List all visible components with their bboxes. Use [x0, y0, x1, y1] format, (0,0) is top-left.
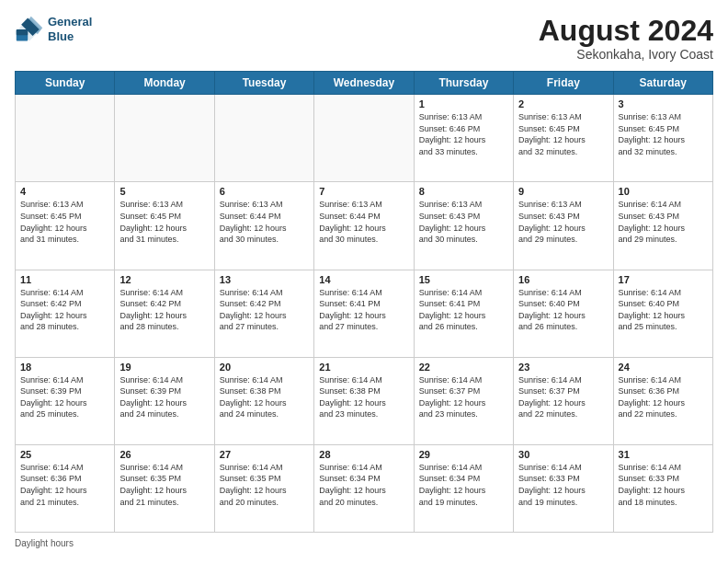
- day-number: 2: [518, 98, 608, 109]
- day-number: 20: [220, 362, 309, 373]
- calendar-cell: 7Sunrise: 6:13 AMSunset: 6:44 PMDaylight…: [314, 182, 414, 270]
- calendar-cell: 22Sunrise: 6:14 AMSunset: 6:37 PMDayligh…: [414, 357, 513, 444]
- calendar-cell: 20Sunrise: 6:14 AMSunset: 6:38 PMDayligh…: [214, 357, 313, 444]
- calendar-cell: 27Sunrise: 6:14 AMSunset: 6:35 PMDayligh…: [214, 444, 313, 532]
- calendar-cell: 28Sunrise: 6:14 AMSunset: 6:34 PMDayligh…: [314, 444, 414, 532]
- day-info: Sunrise: 6:14 AMSunset: 6:35 PMDaylight:…: [220, 462, 309, 508]
- day-number: 14: [319, 274, 408, 285]
- calendar-day-header: Friday: [514, 72, 613, 95]
- calendar-week-row: 18Sunrise: 6:14 AMSunset: 6:39 PMDayligh…: [16, 357, 713, 444]
- day-number: 8: [419, 186, 508, 197]
- day-number: 13: [220, 274, 309, 285]
- day-number: 29: [419, 449, 508, 460]
- calendar-week-row: 25Sunrise: 6:14 AMSunset: 6:36 PMDayligh…: [16, 444, 713, 532]
- day-info: Sunrise: 6:14 AMSunset: 6:37 PMDaylight:…: [518, 374, 608, 420]
- calendar-cell: 10Sunrise: 6:14 AMSunset: 6:43 PMDayligh…: [613, 182, 712, 270]
- day-info: Sunrise: 6:14 AMSunset: 6:39 PMDaylight:…: [119, 374, 209, 420]
- calendar-cell: 23Sunrise: 6:14 AMSunset: 6:37 PMDayligh…: [514, 357, 613, 444]
- calendar-day-header: Monday: [115, 72, 214, 95]
- day-info: Sunrise: 6:13 AMSunset: 6:44 PMDaylight:…: [220, 199, 309, 245]
- calendar-week-row: 4Sunrise: 6:13 AMSunset: 6:45 PMDaylight…: [16, 182, 713, 270]
- day-info: Sunrise: 6:13 AMSunset: 6:43 PMDaylight:…: [419, 199, 508, 245]
- footer: Daylight hours: [15, 538, 713, 548]
- day-number: 15: [419, 274, 508, 285]
- calendar-cell: 9Sunrise: 6:13 AMSunset: 6:43 PMDaylight…: [514, 182, 613, 270]
- calendar-cell: 18Sunrise: 6:14 AMSunset: 6:39 PMDayligh…: [16, 357, 115, 444]
- day-number: 30: [518, 449, 608, 460]
- footer-text: Daylight hours: [15, 538, 74, 548]
- day-info: Sunrise: 6:14 AMSunset: 6:34 PMDaylight:…: [319, 462, 408, 508]
- day-info: Sunrise: 6:14 AMSunset: 6:34 PMDaylight:…: [419, 462, 508, 508]
- day-number: 1: [419, 98, 508, 109]
- day-info: Sunrise: 6:14 AMSunset: 6:36 PMDaylight:…: [20, 462, 109, 508]
- calendar-day-header: Sunday: [16, 72, 115, 95]
- calendar-week-row: 11Sunrise: 6:14 AMSunset: 6:42 PMDayligh…: [16, 270, 713, 357]
- calendar-cell: 24Sunrise: 6:14 AMSunset: 6:36 PMDayligh…: [613, 357, 712, 444]
- calendar-cell: 1Sunrise: 6:13 AMSunset: 6:46 PMDaylight…: [414, 95, 513, 182]
- day-info: Sunrise: 6:14 AMSunset: 6:42 PMDaylight:…: [119, 287, 209, 333]
- day-number: 16: [518, 274, 608, 285]
- calendar-cell: 3Sunrise: 6:13 AMSunset: 6:45 PMDaylight…: [613, 95, 712, 182]
- header: General Blue August 2024 Sekonkaha, Ivor…: [15, 15, 713, 62]
- calendar-cell: 17Sunrise: 6:14 AMSunset: 6:40 PMDayligh…: [613, 270, 712, 357]
- day-info: Sunrise: 6:13 AMSunset: 6:45 PMDaylight:…: [518, 111, 608, 157]
- logo-line2: Blue: [48, 29, 92, 44]
- calendar-cell: 14Sunrise: 6:14 AMSunset: 6:41 PMDayligh…: [314, 270, 414, 357]
- calendar-cell: 4Sunrise: 6:13 AMSunset: 6:45 PMDaylight…: [16, 182, 115, 270]
- calendar-cell: [214, 95, 313, 182]
- day-info: Sunrise: 6:14 AMSunset: 6:36 PMDaylight:…: [619, 374, 708, 420]
- day-info: Sunrise: 6:13 AMSunset: 6:46 PMDaylight:…: [419, 111, 508, 157]
- day-number: 4: [20, 186, 109, 197]
- logo-icon: [15, 15, 44, 44]
- day-number: 9: [518, 186, 608, 197]
- calendar-cell: 25Sunrise: 6:14 AMSunset: 6:36 PMDayligh…: [16, 444, 115, 532]
- calendar-cell: [314, 95, 414, 182]
- calendar-cell: 13Sunrise: 6:14 AMSunset: 6:42 PMDayligh…: [214, 270, 313, 357]
- day-info: Sunrise: 6:14 AMSunset: 6:42 PMDaylight:…: [220, 287, 309, 333]
- calendar-cell: 8Sunrise: 6:13 AMSunset: 6:43 PMDaylight…: [414, 182, 513, 270]
- calendar-day-header: Wednesday: [314, 72, 414, 95]
- day-number: 5: [119, 186, 209, 197]
- day-info: Sunrise: 6:14 AMSunset: 6:40 PMDaylight:…: [619, 287, 708, 333]
- calendar-cell: 30Sunrise: 6:14 AMSunset: 6:33 PMDayligh…: [514, 444, 613, 532]
- logo-line1: General: [48, 15, 92, 29]
- day-number: 18: [20, 362, 109, 373]
- day-number: 10: [619, 186, 708, 197]
- day-info: Sunrise: 6:14 AMSunset: 6:38 PMDaylight:…: [220, 374, 309, 420]
- day-info: Sunrise: 6:14 AMSunset: 6:33 PMDaylight:…: [518, 462, 608, 508]
- logo: General Blue: [15, 15, 92, 44]
- calendar-cell: 12Sunrise: 6:14 AMSunset: 6:42 PMDayligh…: [115, 270, 214, 357]
- day-info: Sunrise: 6:14 AMSunset: 6:35 PMDaylight:…: [119, 462, 209, 508]
- day-number: 23: [518, 362, 608, 373]
- calendar-cell: 2Sunrise: 6:13 AMSunset: 6:45 PMDaylight…: [514, 95, 613, 182]
- day-info: Sunrise: 6:14 AMSunset: 6:42 PMDaylight:…: [20, 287, 109, 333]
- day-number: 11: [20, 274, 109, 285]
- calendar-cell: 16Sunrise: 6:14 AMSunset: 6:40 PMDayligh…: [514, 270, 613, 357]
- day-info: Sunrise: 6:14 AMSunset: 6:43 PMDaylight:…: [619, 199, 708, 245]
- day-info: Sunrise: 6:13 AMSunset: 6:45 PMDaylight:…: [119, 199, 209, 245]
- day-number: 12: [119, 274, 209, 285]
- calendar-cell: 19Sunrise: 6:14 AMSunset: 6:39 PMDayligh…: [115, 357, 214, 444]
- day-info: Sunrise: 6:14 AMSunset: 6:41 PMDaylight:…: [319, 287, 408, 333]
- day-number: 3: [619, 98, 708, 109]
- calendar-cell: 29Sunrise: 6:14 AMSunset: 6:34 PMDayligh…: [414, 444, 513, 532]
- day-number: 25: [20, 449, 109, 460]
- calendar-header-row: SundayMondayTuesdayWednesdayThursdayFrid…: [16, 72, 713, 95]
- day-number: 28: [319, 449, 408, 460]
- day-number: 31: [619, 449, 708, 460]
- day-info: Sunrise: 6:14 AMSunset: 6:41 PMDaylight:…: [419, 287, 508, 333]
- calendar-cell: [16, 95, 115, 182]
- day-info: Sunrise: 6:14 AMSunset: 6:38 PMDaylight:…: [319, 374, 408, 420]
- svg-rect-5: [17, 29, 28, 35]
- calendar-day-header: Tuesday: [214, 72, 313, 95]
- calendar-day-header: Thursday: [414, 72, 513, 95]
- calendar-table: SundayMondayTuesdayWednesdayThursdayFrid…: [15, 71, 713, 533]
- calendar-cell: 26Sunrise: 6:14 AMSunset: 6:35 PMDayligh…: [115, 444, 214, 532]
- calendar-cell: 21Sunrise: 6:14 AMSunset: 6:38 PMDayligh…: [314, 357, 414, 444]
- calendar-cell: 15Sunrise: 6:14 AMSunset: 6:41 PMDayligh…: [414, 270, 513, 357]
- day-info: Sunrise: 6:14 AMSunset: 6:39 PMDaylight:…: [20, 374, 109, 420]
- day-info: Sunrise: 6:14 AMSunset: 6:40 PMDaylight:…: [518, 287, 608, 333]
- day-number: 22: [419, 362, 508, 373]
- logo-text: General Blue: [48, 15, 92, 43]
- day-info: Sunrise: 6:13 AMSunset: 6:44 PMDaylight:…: [319, 199, 408, 245]
